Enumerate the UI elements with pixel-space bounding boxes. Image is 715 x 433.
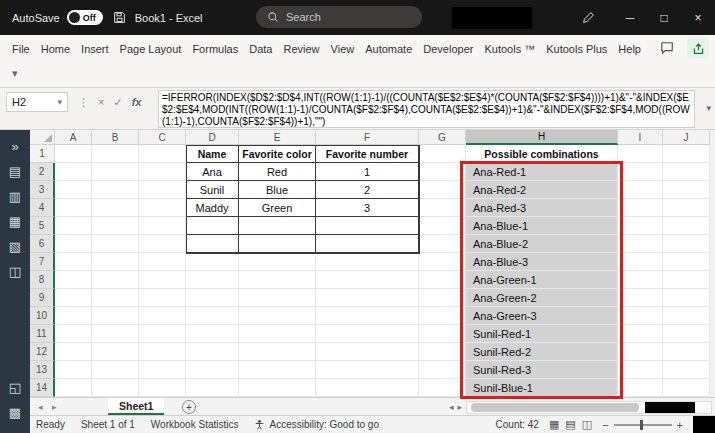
cell-I8[interactable] — [618, 271, 663, 289]
cell-C1[interactable] — [139, 145, 186, 163]
next-sheet-icon[interactable]: ▸ — [52, 398, 57, 415]
zoom-slider[interactable] — [614, 424, 672, 426]
cell-G6[interactable] — [419, 235, 466, 253]
cell-A14[interactable] — [55, 379, 92, 397]
cell-E3[interactable]: Blue — [239, 181, 316, 199]
tab-home[interactable]: Home — [41, 43, 70, 55]
autosave-toggle[interactable]: Off — [67, 10, 103, 25]
cell-G13[interactable] — [419, 361, 466, 379]
cell-H7[interactable]: Ana-Blue-3 — [466, 253, 618, 271]
tab-formulas[interactable]: Formulas — [192, 43, 238, 55]
sheet-tab-sheet1[interactable]: Sheet1 — [108, 398, 164, 415]
tab-data[interactable]: Data — [249, 43, 272, 55]
cell-B8[interactable] — [92, 271, 139, 289]
cell-C2[interactable] — [139, 163, 186, 181]
cell-F14[interactable] — [316, 379, 419, 397]
cell-I1[interactable] — [618, 145, 663, 163]
cell-G8[interactable] — [419, 271, 466, 289]
cell-E6[interactable] — [239, 235, 316, 253]
cell-B10[interactable] — [92, 307, 139, 325]
advanced-find-icon[interactable]: ◫ — [9, 265, 21, 278]
column-header-A[interactable]: A — [55, 130, 92, 145]
cell-J9[interactable] — [663, 289, 710, 307]
comments-button[interactable] — [656, 38, 678, 58]
cell-H5[interactable]: Ana-Blue-1 — [466, 217, 618, 235]
cell-D5[interactable] — [186, 217, 239, 235]
cell-A6[interactable] — [55, 235, 92, 253]
cell-A7[interactable] — [55, 253, 92, 271]
cell-E2[interactable]: Red — [239, 163, 316, 181]
row-header-6[interactable]: 6 — [30, 235, 55, 253]
cell-F11[interactable] — [316, 325, 419, 343]
cell-I3[interactable] — [618, 181, 663, 199]
new-sheet-button[interactable]: + — [182, 400, 196, 414]
cell-F12[interactable] — [316, 343, 419, 361]
cell-E11[interactable] — [239, 325, 316, 343]
cell-B5[interactable] — [92, 217, 139, 235]
cell-B14[interactable] — [92, 379, 139, 397]
cell-J13[interactable] — [663, 361, 710, 379]
cell-J14[interactable] — [663, 379, 710, 397]
tab-view[interactable]: View — [331, 43, 355, 55]
cell-D7[interactable] — [186, 253, 239, 271]
cell-I12[interactable] — [618, 343, 663, 361]
cell-I11[interactable] — [618, 325, 663, 343]
cell-F7[interactable] — [316, 253, 419, 271]
name-box[interactable]: H2 ▾ — [6, 92, 68, 112]
cell-H4[interactable]: Ana-Red-3 — [466, 199, 618, 217]
cell-G14[interactable] — [419, 379, 466, 397]
cell-G5[interactable] — [419, 217, 466, 235]
column-header-B[interactable]: B — [92, 130, 139, 145]
cell-A10[interactable] — [55, 307, 92, 325]
cell-F1[interactable]: Favorite number — [316, 145, 419, 163]
cell-A13[interactable] — [55, 361, 92, 379]
worksheet-list-icon[interactable]: ▥ — [9, 190, 21, 203]
cell-I7[interactable] — [618, 253, 663, 271]
row-header-8[interactable]: 8 — [30, 271, 55, 289]
cell-I13[interactable] — [618, 361, 663, 379]
cell-H12[interactable]: Sunil-Red-2 — [466, 343, 618, 361]
cell-B3[interactable] — [92, 181, 139, 199]
tab-developer[interactable]: Developer — [423, 43, 473, 55]
workbook-statistics-button[interactable]: Workbook Statistics — [151, 419, 239, 430]
cell-G11[interactable] — [419, 325, 466, 343]
maximize-button[interactable]: □ — [647, 0, 681, 35]
cell-A2[interactable] — [55, 163, 92, 181]
cell-F9[interactable] — [316, 289, 419, 307]
cell-D4[interactable]: Maddy — [186, 199, 239, 217]
pane-settings-icon[interactable]: ▩ — [9, 406, 21, 419]
cell-I6[interactable] — [618, 235, 663, 253]
cell-E7[interactable] — [239, 253, 316, 271]
cell-J2[interactable] — [663, 163, 710, 181]
cell-E12[interactable] — [239, 343, 316, 361]
insert-function-icon[interactable]: fx — [132, 96, 142, 108]
close-button[interactable]: × — [681, 0, 715, 35]
cell-F2[interactable]: 1 — [316, 163, 419, 181]
cell-F4[interactable]: 3 — [316, 199, 419, 217]
column-header-D[interactable]: D — [186, 130, 239, 145]
page-layout-view-icon[interactable]: ▤ — [565, 418, 575, 431]
cell-A3[interactable] — [55, 181, 92, 199]
cell-H9[interactable]: Ana-Green-2 — [466, 289, 618, 307]
cell-D10[interactable] — [186, 307, 239, 325]
cell-D12[interactable] — [186, 343, 239, 361]
cell-G12[interactable] — [419, 343, 466, 361]
cell-J10[interactable] — [663, 307, 710, 325]
row-header-7[interactable]: 7 — [30, 253, 55, 271]
cell-E5[interactable] — [239, 217, 316, 235]
cell-F3[interactable]: 2 — [316, 181, 419, 199]
cell-D1[interactable]: Name — [186, 145, 239, 163]
cell-F8[interactable] — [316, 271, 419, 289]
cell-H13[interactable]: Sunil-Red-3 — [466, 361, 618, 379]
tab-kutools[interactable]: Kutools ™ — [484, 43, 535, 55]
cell-B1[interactable] — [92, 145, 139, 163]
row-header-4[interactable]: 4 — [30, 199, 55, 217]
cell-H3[interactable]: Ana-Red-2 — [466, 181, 618, 199]
cell-F10[interactable] — [316, 307, 419, 325]
row-header-1[interactable]: 1 — [30, 145, 55, 163]
more-icon[interactable]: ⋮ — [78, 96, 89, 109]
cell-I5[interactable] — [618, 217, 663, 235]
cell-E14[interactable] — [239, 379, 316, 397]
zoom-out-button[interactable]: − — [602, 419, 608, 431]
cell-E4[interactable]: Green — [239, 199, 316, 217]
